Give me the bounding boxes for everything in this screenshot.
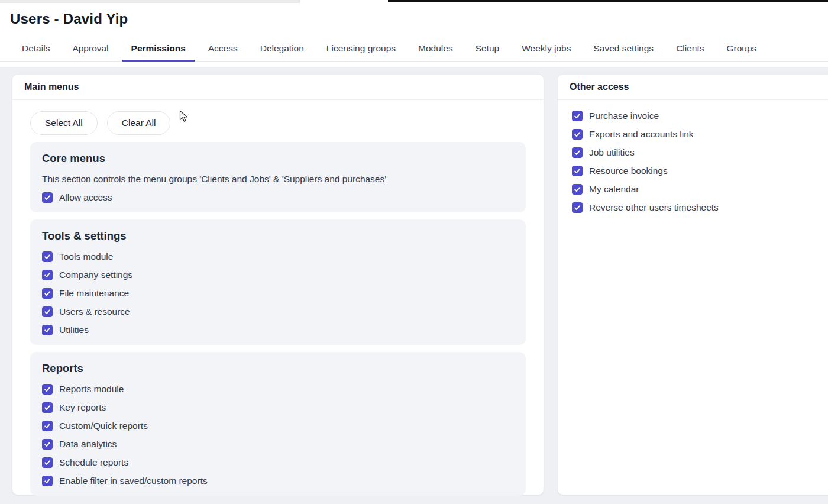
section-description: This section controls the menu groups 'C… (42, 174, 514, 185)
checkbox-label: Schedule reports (59, 457, 128, 468)
page-title: Users - David Yip (0, 0, 828, 27)
checkbox-row: Tools module (42, 251, 514, 262)
checkbox-custom-quick-reports[interactable] (42, 421, 53, 431)
checkbox-users-resource[interactable] (42, 306, 53, 317)
tab-clients[interactable]: Clients (675, 43, 705, 61)
checkbox-row: My calendar (572, 184, 814, 195)
checkbox-my-calendar[interactable] (572, 184, 583, 195)
checkbox-label: Tools module (59, 251, 113, 262)
top-black-bar-artifact (388, 0, 828, 2)
checkbox-label: Data analytics (59, 439, 117, 450)
select-all-button[interactable]: Select All (30, 111, 98, 135)
tab-setup[interactable]: Setup (474, 43, 501, 61)
tab-permissions[interactable]: Permissions (130, 43, 187, 61)
checkbox-label: Exports and accounts link (589, 129, 694, 140)
checkbox-row: Exports and accounts link (572, 129, 814, 140)
checkbox-schedule-reports[interactable] (42, 457, 53, 468)
section-title: Core menus (42, 152, 514, 165)
checkbox-label: Purchase invoice (589, 111, 659, 121)
checkbox-label: Company settings (59, 270, 132, 280)
checkbox-label: Resource bookings (589, 166, 668, 176)
checkbox-tools-module[interactable] (42, 251, 53, 262)
main-menus-card-title: Main menus (12, 75, 544, 100)
checkbox-row: Company settings (42, 270, 514, 280)
checkbox-job-utilities[interactable] (572, 147, 583, 158)
checkbox-label: Enable filter in saved/custom reports (59, 476, 208, 486)
checkbox-row: Reports module (42, 384, 514, 395)
tab-details[interactable]: Details (21, 43, 51, 61)
main-menus-card-body: Select All Clear All Core menus This sec… (12, 100, 544, 503)
checkbox-row: Resource bookings (572, 166, 814, 176)
other-access-card: Other access Purchase invoice Exports an… (557, 74, 828, 495)
checkbox-allow-access[interactable] (42, 192, 53, 203)
other-access-card-title: Other access (558, 75, 828, 100)
section-tools-settings: Tools & settings Tools module Company se… (30, 219, 526, 345)
section-title: Tools & settings (42, 230, 514, 243)
checkbox-row: Job utilities (572, 147, 814, 158)
tab-approval[interactable]: Approval (71, 43, 109, 61)
checkbox-row: Users & resource (42, 306, 514, 317)
checkbox-row: Enable filter in saved/custom reports (42, 476, 514, 486)
checkbox-purchase-invoice[interactable] (572, 111, 583, 121)
tab-modules[interactable]: Modules (417, 43, 454, 61)
checkbox-row: Purchase invoice (572, 111, 814, 121)
checkbox-exports-accounts-link[interactable] (572, 129, 583, 140)
content-area: Main menus Select All Clear All Core men… (0, 67, 828, 504)
checkbox-row: Key reports (42, 402, 514, 413)
checkbox-row: Data analytics (42, 439, 514, 450)
tab-saved-settings[interactable]: Saved settings (592, 43, 655, 61)
window-edge-artifact (0, 0, 300, 3)
checkbox-enable-filter-saved-custom-reports[interactable] (42, 476, 53, 486)
checkbox-reports-module[interactable] (42, 384, 53, 395)
clear-all-button[interactable]: Clear All (107, 111, 171, 135)
checkbox-label: File maintenance (59, 288, 129, 299)
checkbox-row: Utilities (42, 325, 514, 335)
tab-access[interactable]: Access (207, 43, 239, 61)
tab-weekly-jobs[interactable]: Weekly jobs (520, 43, 572, 61)
other-access-card-body: Purchase invoice Exports and accounts li… (558, 100, 828, 231)
checkbox-reverse-other-users-timesheets[interactable] (572, 202, 583, 213)
tab-bar: Details Approval Permissions Access Dele… (0, 41, 828, 62)
checkbox-label: Utilities (59, 325, 89, 335)
checkbox-data-analytics[interactable] (42, 439, 53, 450)
checkbox-row: Schedule reports (42, 457, 514, 468)
checkbox-label: Job utilities (589, 147, 635, 158)
checkbox-row: File maintenance (42, 288, 514, 299)
tab-licensing-groups[interactable]: Licensing groups (325, 43, 397, 61)
checkbox-label: Custom/Quick reports (59, 421, 148, 431)
checkbox-company-settings[interactable] (42, 270, 53, 280)
checkbox-label: My calendar (589, 184, 639, 195)
checkbox-file-maintenance[interactable] (42, 288, 53, 299)
checkbox-row: Allow access (42, 192, 514, 203)
checkbox-label: Key reports (59, 402, 106, 413)
checkbox-label: Users & resource (59, 306, 130, 317)
section-reports: Reports Reports module Key reports Custo… (30, 352, 526, 496)
bulk-action-buttons: Select All Clear All (30, 111, 526, 135)
section-title: Reports (42, 362, 514, 375)
tab-groups[interactable]: Groups (726, 43, 758, 61)
checkbox-row: Custom/Quick reports (42, 421, 514, 431)
checkbox-utilities[interactable] (42, 325, 53, 335)
tab-delegation[interactable]: Delegation (259, 43, 305, 61)
main-menus-card: Main menus Select All Clear All Core men… (12, 74, 544, 495)
checkbox-label: Allow access (59, 192, 112, 203)
checkbox-key-reports[interactable] (42, 402, 53, 413)
checkbox-resource-bookings[interactable] (572, 166, 583, 176)
checkbox-label: Reports module (59, 384, 124, 395)
checkbox-label: Reverse other users timesheets (589, 202, 719, 213)
section-core-menus: Core menus This section controls the men… (30, 142, 526, 212)
checkbox-row: Reverse other users timesheets (572, 202, 814, 213)
